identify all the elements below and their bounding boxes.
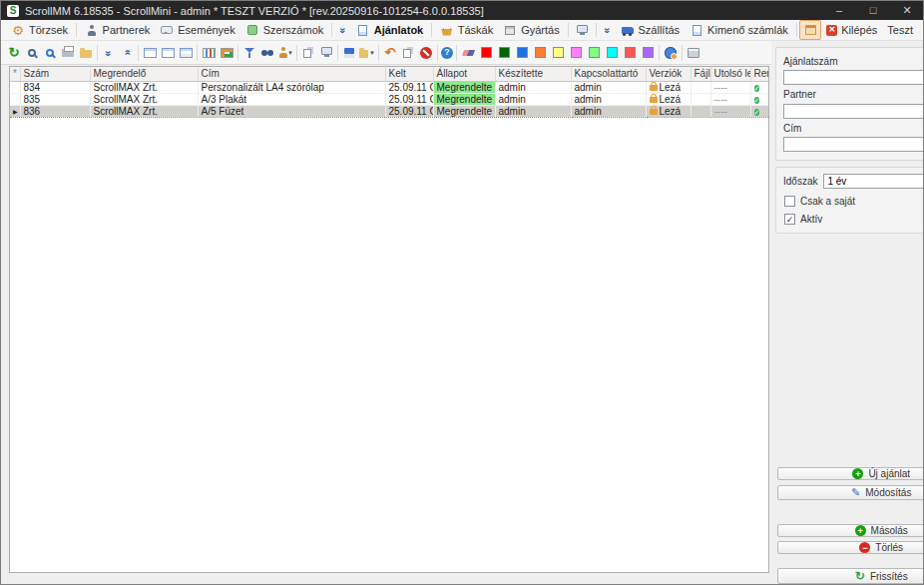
period-input[interactable] xyxy=(823,174,923,189)
offer-number-input[interactable] xyxy=(783,70,923,85)
row-indicator xyxy=(10,81,20,93)
only-own-checkbox[interactable] xyxy=(784,196,795,207)
calendar-button[interactable] xyxy=(799,20,821,40)
title-filter-input[interactable] xyxy=(783,137,923,152)
active-checkbox[interactable]: ✓ xyxy=(784,214,795,225)
row-indicator xyxy=(10,93,20,105)
column-header-Utolsó levél[interactable]: Utolsó levél xyxy=(710,67,750,81)
menu-item-szersz-mok[interactable]: Szerszámok xyxy=(240,21,329,39)
cell-ordered: ✓ xyxy=(750,81,768,93)
column-header-Megrendelő[interactable]: Megrendelő xyxy=(90,67,198,81)
minimize-button[interactable]: – xyxy=(829,4,849,17)
copy-grid-icon[interactable] xyxy=(300,45,316,61)
column-header-Kapcsolattartó[interactable]: Kapcsolattartó xyxy=(571,67,646,81)
partner-input[interactable] xyxy=(783,104,923,119)
lock-icon xyxy=(650,97,658,103)
chevrons-up-icon[interactable]: » xyxy=(119,45,135,61)
monitor-button[interactable] xyxy=(571,20,593,40)
maximize-button[interactable]: □ xyxy=(863,4,883,17)
offers-grid-area[interactable]: *SzámMegrendelőCímKeltÁllapotKészítetteK… xyxy=(9,66,769,573)
color-purple-swatch[interactable] xyxy=(640,45,656,61)
find-icon[interactable] xyxy=(259,45,275,61)
help-icon[interactable]: ? xyxy=(441,47,453,59)
user-menu-icon[interactable]: ▼ xyxy=(277,45,293,61)
toolbar-separator xyxy=(456,45,457,61)
menu-item-aj-nlatok[interactable]: Ajánlatok xyxy=(351,21,429,39)
color-darkgreen-swatch[interactable] xyxy=(496,45,512,61)
new-offer-button[interactable]: + Új ajánlat xyxy=(777,467,923,480)
column-header-Állapot[interactable]: Állapot xyxy=(433,67,495,81)
menu-item-partnerek[interactable]: Partnerek xyxy=(80,21,156,39)
menu-item-gy-rt-s[interactable]: Gyártás xyxy=(498,21,565,39)
column-header-Verziók[interactable]: Verziók xyxy=(646,67,691,81)
print-icon[interactable] xyxy=(60,45,76,61)
color-magenta-swatch[interactable] xyxy=(568,45,584,61)
menu-item-kil-p-s[interactable]: ✕Kilépés xyxy=(821,22,882,38)
modify-button[interactable]: ✎ Módosítás xyxy=(777,485,923,500)
lock-icon xyxy=(650,85,658,91)
delete-button[interactable]: − Törlés xyxy=(777,541,923,554)
eraser-icon[interactable] xyxy=(460,45,476,61)
grid-view-icon[interactable] xyxy=(142,45,158,61)
column-header-Rend[interactable]: Rend xyxy=(750,67,768,81)
screen-icon[interactable] xyxy=(318,45,334,61)
menu-item-label: Ajánlatok xyxy=(374,24,424,36)
design-globe-icon[interactable] xyxy=(663,45,679,61)
menu-item-esem-nyek[interactable]: Események xyxy=(155,21,239,39)
color-yellow-swatch[interactable] xyxy=(550,45,566,61)
chevron-down-icon: ▼ xyxy=(287,50,293,56)
column-header-Cím[interactable]: Cím xyxy=(198,67,385,81)
color-lightgreen-swatch[interactable] xyxy=(586,45,602,61)
app-icon: S xyxy=(7,5,19,17)
menu-item-kimen-sz-ml-k[interactable]: Kimenő számlák xyxy=(685,21,793,39)
menu-item-teszt[interactable]: Teszt xyxy=(882,22,918,38)
undo-icon[interactable]: ↶ xyxy=(382,45,398,61)
ordered-check-icon: ✓ xyxy=(754,85,760,92)
calculator-icon[interactable] xyxy=(686,45,701,61)
offer-row-834[interactable]: 834ScrollMAX Zrt.Perszonalizált LA4 szór… xyxy=(10,81,768,93)
open-folder-icon[interactable]: ▼ xyxy=(359,45,375,61)
color-red-swatch[interactable] xyxy=(478,45,494,61)
column-header-Fájl[interactable]: Fájl xyxy=(691,67,710,81)
title-bar[interactable]: S ScrollMM 6.18535 - ScrollMini - admin … xyxy=(1,1,923,20)
chevrons-down-icon[interactable]: » xyxy=(101,45,117,61)
chevrons-down-icon[interactable]: » xyxy=(335,22,351,38)
zoom-icon[interactable] xyxy=(42,45,58,61)
color-orange-swatch[interactable] xyxy=(532,45,548,61)
column-header-Készítette[interactable]: Készítette xyxy=(495,67,571,81)
cell-contact: admin xyxy=(571,105,646,117)
print-preview-icon[interactable] xyxy=(24,45,40,61)
copy-icon[interactable] xyxy=(400,45,416,61)
cell-contact: admin xyxy=(571,81,646,93)
calendar-icon xyxy=(803,23,817,37)
menu-item-t-rzsek[interactable]: ⚙Törzsek xyxy=(6,21,73,39)
cell-last-letter: ---- xyxy=(710,81,750,93)
cancel-icon[interactable] xyxy=(418,45,434,61)
grid-split-icon[interactable] xyxy=(178,45,194,61)
save-icon[interactable] xyxy=(341,45,357,61)
refresh-button[interactable]: ↻ Frissítés xyxy=(777,568,923,584)
chevrons-down-icon[interactable]: » xyxy=(600,22,616,38)
column-header-*[interactable]: * xyxy=(10,67,20,81)
export-folder-icon[interactable] xyxy=(78,45,94,61)
menu-item-label: Teszt xyxy=(887,24,913,36)
color-blue-swatch[interactable] xyxy=(514,45,530,61)
filter-icon[interactable] xyxy=(241,45,257,61)
chart-icon[interactable] xyxy=(201,45,217,61)
menu-item-t-sk-k[interactable]: Táskák xyxy=(435,21,498,39)
color-salmon-swatch[interactable] xyxy=(622,45,638,61)
column-header-Szám[interactable]: Szám xyxy=(20,67,90,81)
menu-item-sz-ll-t-s[interactable]: Szállítás xyxy=(616,21,686,39)
refresh-icon[interactable]: ↻ xyxy=(6,45,22,61)
color-cyan-swatch[interactable] xyxy=(604,45,620,61)
grid-header-icon[interactable] xyxy=(160,45,176,61)
close-button[interactable]: ✕ xyxy=(897,4,917,17)
offer-row-836[interactable]: ▶836ScrollMAX Zrt.A/5 Füzet25.09.11 CsMe… xyxy=(10,105,768,117)
column-header-Kelt[interactable]: Kelt xyxy=(385,67,433,81)
only-own-checkbox-row[interactable]: Csak a saját xyxy=(784,196,923,207)
menu-item-label: Táskák xyxy=(458,24,493,36)
offer-row-835[interactable]: 835ScrollMAX Zrt.A/3 Plakát25.09.11 CsMe… xyxy=(10,93,768,105)
copy-button[interactable]: + Másolás xyxy=(777,524,923,537)
pivot-icon[interactable] xyxy=(219,45,234,61)
active-checkbox-row[interactable]: ✓ Aktív xyxy=(784,214,923,225)
